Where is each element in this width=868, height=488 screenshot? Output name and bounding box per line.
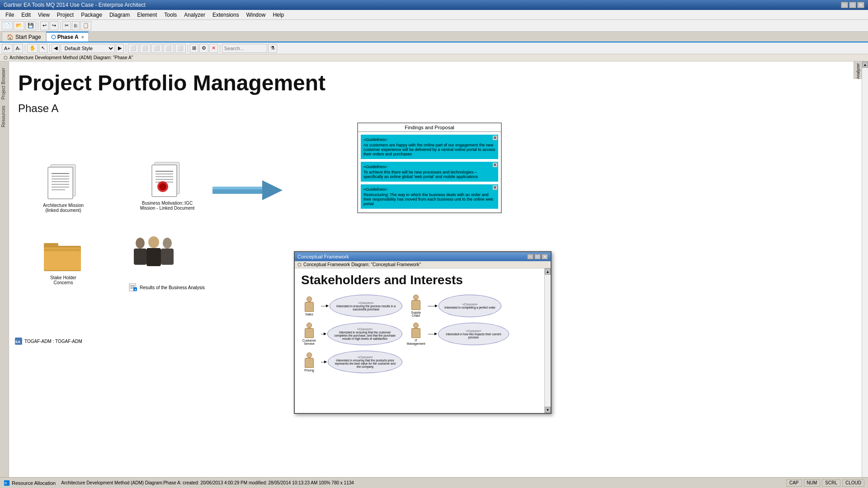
toolbar-new[interactable]: 📄	[2, 21, 13, 30]
toolbar-paste[interactable]: 📋	[80, 21, 91, 30]
doc-architecture-mission[interactable]: Architecture Mission (linked document)	[36, 161, 90, 213]
svg-point-27	[148, 236, 159, 248]
search-input[interactable]	[222, 44, 267, 53]
filter-btn[interactable]: ⚗	[268, 44, 277, 53]
menu-help[interactable]: Help	[269, 11, 288, 19]
toolbar-redo[interactable]: ↪	[50, 21, 58, 30]
person-cs-head	[307, 323, 312, 328]
menu-tools[interactable]: Tools	[160, 11, 180, 19]
select-tool[interactable]: ↖	[39, 44, 47, 53]
scrl-indicator: SCRL	[822, 479, 840, 487]
guideline-3-close[interactable]: ✕	[493, 185, 497, 190]
popup-subtitle-text: Conceptual Framework Diagram: "Conceptua…	[303, 262, 421, 267]
person-it-label: ITManagement	[407, 339, 425, 345]
folder-stakeholder-concerns[interactable]: Stake Holder Concerns	[41, 238, 86, 285]
canvas-scroll-up[interactable]: ▲	[862, 61, 868, 68]
svg-text:EA: EA	[15, 340, 20, 344]
zoom-in[interactable]: A+	[2, 44, 13, 53]
menu-package[interactable]: Package	[77, 11, 106, 19]
person-sc-label: SupplyChain	[411, 311, 420, 317]
hand-tool[interactable]: ✋	[27, 44, 38, 53]
scroll-track	[545, 275, 551, 407]
cancel-tool[interactable]: ✕	[209, 44, 218, 53]
style-prev[interactable]: ◀	[52, 44, 60, 53]
toolbar-copy[interactable]: ⎘	[72, 21, 80, 30]
align-center[interactable]: ⬜	[140, 44, 151, 53]
style-dropdown[interactable]: Default Style	[61, 44, 115, 53]
style-next[interactable]: ▶	[116, 44, 124, 53]
menu-edit[interactable]: Edit	[18, 11, 34, 19]
zoom-out[interactable]: A-	[14, 44, 23, 53]
guideline-2-close[interactable]: ✕	[493, 163, 497, 167]
align-left[interactable]: ⬜	[128, 44, 139, 53]
togaf-adm[interactable]: EA TOGAF-ADM : TOGAF-ADM	[14, 337, 82, 345]
diagram-options[interactable]: ⚙	[199, 44, 208, 53]
guideline-1[interactable]: «Guidelines» ✕ As customers are happy wi…	[361, 135, 498, 159]
scroll-down[interactable]: ▼	[545, 407, 551, 413]
popup-maximize[interactable]: □	[534, 254, 541, 259]
resource-icon: R	[4, 480, 10, 486]
stakeholder-customer-service: CustomerService ▶ «Concern» Interested i…	[301, 323, 402, 345]
svg-rect-30	[161, 249, 174, 265]
svg-rect-20	[212, 187, 262, 189]
breadcrumb-icon: ⬡	[4, 55, 8, 60]
status-info: Architecture Development Method (ADM) Di…	[61, 480, 354, 485]
t2-sep3	[126, 44, 126, 52]
menu-view[interactable]: View	[34, 11, 53, 19]
close-window-button[interactable]: ✕	[857, 2, 864, 8]
menu-file[interactable]: File	[2, 11, 18, 19]
menu-analyzer[interactable]: Analyzer	[180, 11, 209, 19]
concern-cs: «Concern» Interested in ensuring that th…	[327, 323, 402, 345]
toolbar-save[interactable]: 💾	[25, 21, 36, 30]
stakeholders-title: Stakeholders and Interests	[301, 273, 538, 287]
panel-tab-resources[interactable]: Resources	[0, 103, 9, 130]
resource-allocation-status[interactable]: R Resource Allocation	[4, 480, 56, 486]
toolbar-undo[interactable]: ↩	[40, 21, 49, 30]
svg-point-17	[159, 183, 166, 190]
layout-tool[interactable]: ⊞	[190, 44, 198, 53]
maximize-button[interactable]: □	[849, 2, 856, 8]
guideline-3[interactable]: «Guidelines» ✕ Restructuring: The way in…	[361, 184, 498, 209]
person-pricing-head	[307, 352, 312, 358]
person-sc-head	[413, 295, 419, 300]
people-icon-group[interactable]	[127, 233, 181, 280]
menu-project[interactable]: Project	[53, 11, 77, 19]
results-business-analysis[interactable]: ★ Results of the Business Analysis	[129, 283, 205, 292]
popup-minimize[interactable]: ─	[527, 254, 533, 259]
person-sales: Sales	[301, 296, 317, 316]
popup-scrollbar[interactable]: ▲ ▼	[544, 268, 551, 413]
align-right[interactable]: ⬜	[151, 44, 162, 53]
guideline-2[interactable]: «Guidelines» ✕ To achieve this there wil…	[361, 162, 498, 182]
menu-diagram[interactable]: Diagram	[106, 11, 133, 19]
person-it-body	[411, 328, 420, 338]
toolbar-cut[interactable]: ✂	[62, 21, 71, 30]
svg-text:★: ★	[134, 288, 137, 291]
phase-a-close[interactable]: ×	[81, 35, 84, 40]
scroll-up[interactable]: ▲	[545, 268, 551, 275]
canvas-scrollbar-v[interactable]: ▲ ▼	[862, 61, 868, 484]
guideline-2-header: «Guidelines»	[363, 164, 495, 169]
canvas-area[interactable]: Project Portfolio Management Phase A Arc…	[9, 61, 868, 484]
menu-extensions[interactable]: Extensions	[209, 11, 243, 19]
align-bottom[interactable]: ⬜	[175, 44, 186, 53]
align-top[interactable]: ⬜	[163, 44, 174, 53]
popup-close[interactable]: ✕	[542, 254, 548, 259]
stakeholder-sales: Sales ▶ «Concern» Interested in ensuring…	[301, 295, 402, 317]
popup-body: Stakeholders and Interests Sales ▶	[295, 268, 551, 413]
stakeholder-supply-chain: SupplyChain ▶ «Concern» Interested in co…	[408, 295, 509, 317]
findings-box: Findings and Proposal «Guidelines» ✕ As …	[357, 122, 502, 213]
toolbar-open[interactable]: 📂	[14, 21, 24, 30]
concern-it: «Concern» Interested in how this impacts…	[438, 323, 509, 345]
popup-title-bar[interactable]: Conceptual Framework ─ □ ✕	[295, 252, 551, 261]
panel-tab-analyzer[interactable]: Analyzer	[856, 63, 860, 79]
panel-tab-project-browser[interactable]: Project Browser	[0, 65, 9, 103]
menu-element[interactable]: Element	[133, 11, 160, 19]
tab-start-page[interactable]: 🏠 Start Page	[2, 32, 46, 42]
menu-window[interactable]: Window	[243, 11, 269, 19]
person-cs-body	[305, 328, 314, 338]
doc-business-motivation[interactable]: Business Motivation::IGC Mission - Linke…	[138, 159, 197, 211]
tab-phase-a[interactable]: ⬡ Phase A ×	[46, 32, 89, 42]
guideline-1-close[interactable]: ✕	[493, 136, 497, 140]
concern-pricing: «Concern» Interested in ensuring that th…	[328, 351, 402, 373]
minimize-button[interactable]: ─	[841, 2, 848, 8]
